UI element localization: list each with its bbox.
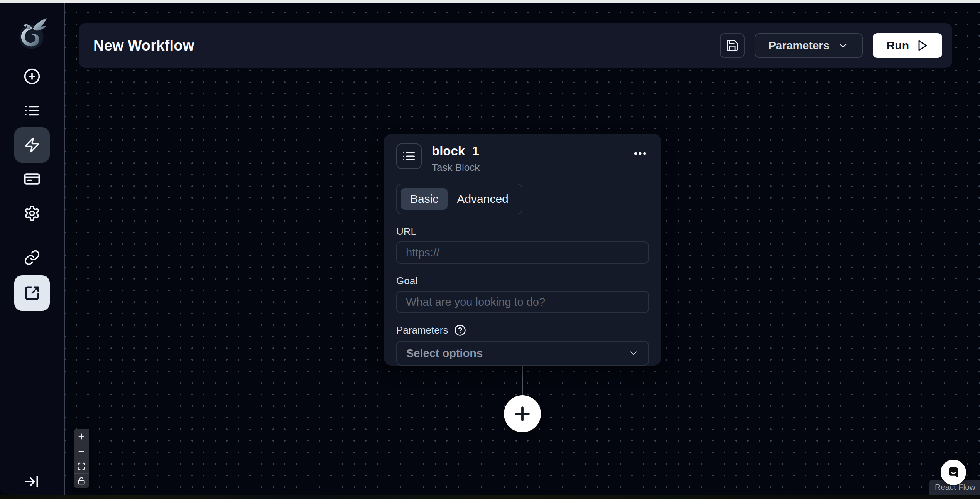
- gear-icon: [24, 205, 41, 222]
- parameters-label: Parameters: [396, 324, 448, 336]
- canvas-controls: [74, 429, 89, 488]
- list-icon: [24, 103, 40, 119]
- sidebar-item-integrations[interactable]: [24, 250, 40, 266]
- block-icon-box: [396, 143, 422, 169]
- credit-card-icon: [24, 170, 41, 187]
- block-name: block_1: [432, 144, 631, 158]
- goal-label: Goal: [396, 275, 649, 287]
- plus-icon: [77, 432, 86, 441]
- sidebar-item-billing[interactable]: [24, 170, 41, 187]
- zoom-in-button[interactable]: [74, 429, 89, 444]
- sidebar: [0, 3, 65, 495]
- goal-input[interactable]: [396, 291, 649, 313]
- plus-circle-icon: [24, 68, 41, 85]
- list-icon: [402, 149, 416, 163]
- task-block-node[interactable]: block_1 Task Block Basic Advanced URL Go…: [384, 134, 661, 366]
- minus-icon: [77, 447, 86, 456]
- dragon-logo-icon: [13, 14, 51, 52]
- url-input[interactable]: [396, 241, 649, 264]
- save-icon: [726, 39, 739, 52]
- chat-widget-button[interactable]: [941, 460, 966, 485]
- lightning-icon: [24, 137, 40, 153]
- zoom-out-button[interactable]: [74, 444, 89, 459]
- chevron-down-icon: [837, 40, 849, 51]
- fit-view-button[interactable]: [74, 459, 89, 473]
- sidebar-item-workflows[interactable]: [14, 127, 50, 163]
- parameters-dropdown-button[interactable]: Parameters: [755, 33, 863, 58]
- sidebar-item-settings[interactable]: [24, 205, 41, 222]
- lock-toggle-button[interactable]: [74, 473, 89, 488]
- chat-bubble-icon: [946, 465, 961, 480]
- block-tabs: Basic Advanced: [396, 184, 522, 214]
- external-link-icon: [24, 285, 40, 301]
- window-top-edge: [0, 0, 980, 3]
- url-label: URL: [396, 226, 649, 238]
- workflow-title[interactable]: New Workflow: [93, 37, 720, 54]
- block-type-label: Task Block: [432, 162, 631, 174]
- tab-advanced[interactable]: Advanced: [448, 188, 517, 210]
- block-menu-button[interactable]: [631, 146, 649, 161]
- app-root: New Workflow Parameters Run: [0, 0, 980, 499]
- lock-open-icon: [78, 477, 85, 485]
- fit-view-icon: [77, 462, 86, 470]
- select-placeholder: Select options: [406, 347, 483, 360]
- play-icon: [916, 39, 928, 52]
- sidebar-item-create[interactable]: [24, 68, 41, 85]
- workflow-header: New Workflow Parameters Run: [79, 23, 952, 68]
- sidebar-item-list[interactable]: [24, 103, 40, 119]
- block-titles: block_1 Task Block: [432, 143, 631, 174]
- parameters-row: Parameters: [396, 324, 649, 336]
- header-actions: Parameters Run: [720, 33, 942, 58]
- sidebar-divider: [14, 234, 50, 234]
- sidebar-collapse-toggle[interactable]: [23, 473, 41, 491]
- run-button-label: Run: [887, 39, 909, 52]
- arrow-right-to-line-icon: [23, 473, 41, 491]
- link-icon: [24, 250, 40, 266]
- workflow-edge: [522, 366, 523, 396]
- window-bottom-edge: [0, 495, 980, 499]
- help-circle-icon[interactable]: [454, 324, 466, 336]
- tab-basic[interactable]: Basic: [401, 188, 448, 210]
- sidebar-item-external[interactable]: [14, 275, 50, 311]
- parameters-select[interactable]: Select options: [396, 341, 649, 366]
- chevron-down-icon: [628, 348, 639, 359]
- run-button[interactable]: Run: [873, 33, 942, 58]
- parameters-button-label: Parameters: [769, 39, 830, 52]
- ellipsis-icon: [632, 146, 648, 161]
- skyvern-logo[interactable]: [13, 14, 51, 52]
- save-button[interactable]: [720, 33, 745, 58]
- plus-icon: [512, 403, 533, 424]
- add-block-button[interactable]: [504, 395, 541, 432]
- block-header: block_1 Task Block: [396, 143, 649, 174]
